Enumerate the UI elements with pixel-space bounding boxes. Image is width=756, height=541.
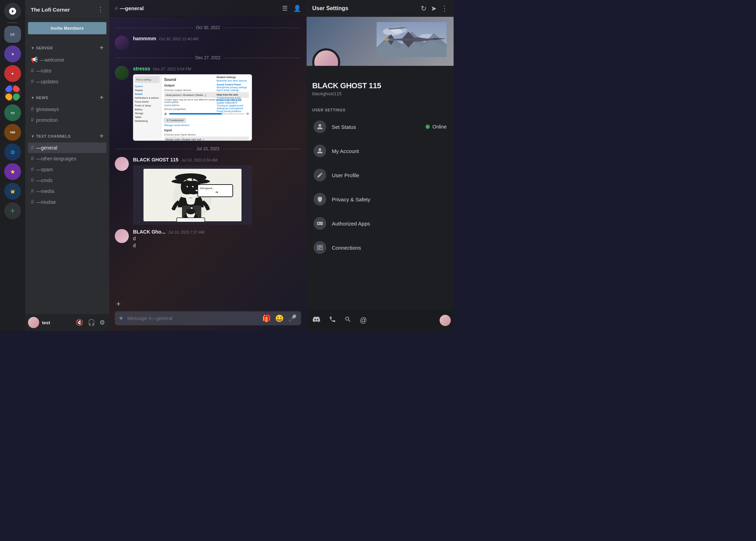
avatar-blackghost2 [115,229,129,243]
channel-cmds[interactable]: # —cmds [28,175,106,186]
sidebar-footer: test 🔇 🎧 ⚙ [25,314,109,331]
server-channels-list: 📢 —welcome # —rules # —updates [25,54,109,87]
chat-header-icons: ☰ 👤 [282,5,301,12]
svg-text:· · · · · ·: · · · · · · [185,219,203,222]
channel-rules-label: —rules [36,68,51,74]
channel-sidebar: The Lofi Corner ⋮ Invite Members ▼ SERVE… [25,0,109,331]
emoji-icon[interactable]: 😀 [275,314,284,322]
settings-panel: User Settings ↻ ➤ ⋮ [307,0,454,331]
message-image-manga: Intrigued... ➔ [133,165,273,225]
news-section-header[interactable]: ▼ NEWS + [28,92,106,103]
jet-silhouette [377,22,447,57]
chat-input-field[interactable] [127,311,258,325]
server-section-label: ▼ SERVER [31,46,53,50]
channel-cmds-label: —cmds [36,178,52,183]
dm-icon[interactable] [4,3,21,20]
server-header[interactable]: The Lofi Corner ⋮ [25,0,109,19]
mute-microphone-icon[interactable]: 🔇 [74,317,85,328]
date-divider-jul10: Jul 10, 2023 [115,146,301,151]
settings-item-privacy-safety[interactable]: Privacy & Safety [307,187,454,211]
news-channels-list: # giveaways # promotion [25,104,109,125]
channel-media[interactable]: # —media [28,186,106,196]
refresh-icon[interactable]: ↻ [421,4,427,13]
user-settings-section-label: USER SETTINGS [307,108,454,112]
channel-spam-label: —spam [36,167,53,172]
add-server-button[interactable]: + [4,202,21,219]
channel-rules[interactable]: # —rules [28,65,106,76]
message-group-blackghost2: BLACK Gho... Jul 10, 2023 7:27 AM d d [115,228,301,250]
message-header-blackghost1: BLACK GHOST 115 Jul 10, 2023 6:56 AM [133,157,301,162]
hash-icon-cmds: # [31,177,34,183]
add-server-channel-icon[interactable]: + [100,44,104,51]
server-icon-7[interactable]: 🌐 [4,144,21,160]
chat-header: # —general ☰ 👤 [109,0,307,17]
settings-item-user-profile[interactable]: User Profile [307,163,454,187]
server-icon-5[interactable]: 🍽 [4,104,21,121]
add-news-channel-icon[interactable]: + [100,94,104,101]
footer-username: test [42,320,50,325]
channel-welcome[interactable]: 📢 —welcome [28,54,106,65]
settings-item-connections[interactable]: Connections [307,236,454,260]
channel-giveaways[interactable]: # giveaways [28,104,106,115]
settings-item-authorized-apps[interactable]: Authorized Apps [307,211,454,236]
profile-username: BLACK GHOST 115 [312,81,448,90]
channel-media-label: —media [36,188,54,194]
add-text-channel-icon[interactable]: + [100,132,104,140]
message-timestamp-blackghost1: Jul 10, 2023 6:56 AM [181,158,217,162]
channel-hash-icon: # [115,5,118,11]
settings-item-my-account[interactable]: My Account [307,139,454,163]
server-menu-icon[interactable]: ⋮ [97,6,104,13]
text-channels-section-header[interactable]: ▼ TEXT CHANNELS + [28,131,106,141]
avatar-hammmm [115,36,129,50]
server-icon-3[interactable]: ♥ [4,65,21,82]
user-settings-icon[interactable]: ⚙ [98,317,106,328]
server-section-header[interactable]: ▼ SERVER + [28,43,106,53]
message-group-blackghost1: BLACK GHOST 115 Jul 10, 2023 6:56 AM [115,155,301,226]
members-icon[interactable]: 👤 [293,5,301,12]
screenshot-card: Find a setting System Display Sound Noti… [133,74,252,141]
add-attachment-icon[interactable]: + [119,314,123,322]
gift-icon[interactable]: 🎁 [262,314,271,322]
channel-mudae[interactable]: # —mudae [28,197,106,207]
add-file-icon[interactable]: + [116,299,121,308]
chat-input-container: + 🎁 😀 🎤 [115,311,301,325]
microphone-icon[interactable]: 🎤 [288,314,297,322]
message-username-hammmm: hammmm [133,36,156,41]
message-text-d1: d [133,235,301,242]
privacy-safety-icon [314,193,326,206]
channel-general[interactable]: # —general [28,143,106,153]
channel-promotion[interactable]: # promotion [28,115,106,125]
deafen-icon[interactable]: 🎧 [86,317,97,328]
hash-icon-giveaways: # [31,106,34,112]
discord-footer-icon[interactable] [309,312,323,328]
server-icon-8[interactable]: ⭐ [4,163,21,180]
channel-giveaways-label: giveaways [36,106,59,112]
channel-other-languages-label: —other-languages [36,156,76,161]
channel-spam[interactable]: # —spam [28,164,106,175]
server-icon-hm[interactable]: HM [4,124,21,141]
channel-other-languages[interactable]: # —other-languages [28,153,106,164]
messages-container[interactable]: Oct 30, 2022 hammmm Oct 30, 2022 12:40 A… [109,17,307,299]
mention-footer-icon[interactable]: @ [357,313,370,327]
message-content-blackghost1: BLACK GHOST 115 Jul 10, 2023 6:56 AM [133,157,301,225]
threads-icon[interactable]: ☰ [282,5,288,12]
server-icon-4[interactable] [4,85,21,102]
settings-header: User Settings ↻ ➤ ⋮ [307,0,454,17]
troubleshoot-button[interactable]: ⚙ Troubleshoot [164,118,186,123]
authorized-apps-label: Authorized Apps [332,221,370,227]
settings-item-set-status[interactable]: Set Status Online [307,115,454,139]
server-icon-9[interactable]: 👑 [4,183,21,200]
server-icon-2[interactable]: ★ [4,46,21,62]
profile-avatar-image [314,50,338,66]
connections-icon [314,241,326,254]
channel-name-text: —general [120,5,144,11]
chat-input-icons: 🎁 😀 🎤 [262,314,297,322]
search-footer-icon[interactable] [342,313,354,327]
channel-updates[interactable]: # —updates [28,76,106,87]
invite-members-button[interactable]: Invite Members [28,22,106,34]
privacy-safety-label: Privacy & Safety [332,196,370,202]
logout-icon[interactable]: ➤ [431,4,437,13]
phone-icon[interactable] [326,313,339,327]
server-icon-lofi-corner[interactable]: LC [4,26,21,43]
settings-more-icon[interactable]: ⋮ [441,4,448,13]
